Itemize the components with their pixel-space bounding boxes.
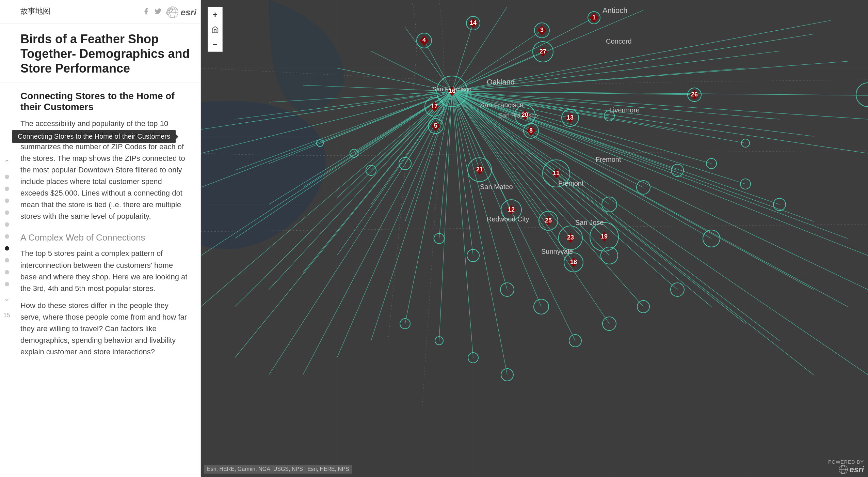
svg-text:San Francisco: San Francisco [499,112,538,119]
nav-arrow-down[interactable]: ⌄ [4,294,10,303]
page-number: 15 [3,312,10,319]
tooltip-bubble: Connecting Stores to the Home of their C… [12,130,176,143]
sidebar-nav: ⌃ ⌄ 15 [3,158,10,319]
svg-text:San Jose: San Jose [575,219,604,226]
svg-text:Sunnyvale: Sunnyvale [541,248,573,255]
page-title-section: Birds of a Feather Shop Together- Demogr… [0,24,200,82]
svg-text:San Mateo: San Mateo [480,183,513,190]
map-overlay: Antioch Concord Oakland San Francisco Sa… [201,0,868,477]
svg-text:21: 21 [476,166,483,173]
nav-dot-4[interactable] [5,211,9,215]
svg-text:1: 1 [592,14,596,21]
svg-text:Antioch: Antioch [602,6,627,15]
svg-text:11: 11 [553,170,560,176]
svg-text:16: 16 [449,88,455,94]
nav-arrow-up[interactable]: ⌃ [4,158,10,167]
svg-text:20: 20 [521,111,528,118]
nav-dot-10[interactable] [5,282,9,287]
home-button[interactable] [208,22,223,37]
nav-dot-1[interactable] [5,175,9,179]
svg-text:19: 19 [601,233,608,240]
svg-text:Fremont: Fremont [558,180,584,187]
esri-powered: POWERED BY esri [828,459,864,474]
svg-text:4: 4 [422,37,426,44]
svg-text:Livermore: Livermore [609,106,640,114]
nav-dot-8[interactable] [5,258,9,263]
nav-dot-6[interactable] [5,234,9,239]
twitter-icon[interactable] [154,7,162,17]
section-2-heading: A Complex Web of Connections [20,232,190,243]
svg-text:Redwood City: Redwood City [487,215,529,223]
page-title: Birds of a Feather Shop Together- Demogr… [20,32,190,76]
map-attribution: Esri, HERE, Garmin, NGA, USGS, NPS | Esr… [204,465,352,474]
esri-text: esri [181,7,196,18]
svg-text:26: 26 [691,91,698,98]
tooltip-text: Connecting Stores to the Home of their C… [18,133,170,140]
svg-text:San Francisco: San Francisco [480,101,524,109]
facebook-icon[interactable] [143,7,150,17]
zoom-out-button[interactable]: − [208,37,223,52]
svg-text:3: 3 [540,27,544,33]
header: 故事地图 esri [0,0,200,24]
svg-text:12: 12 [508,206,515,213]
svg-text:Fremont: Fremont [596,156,621,163]
map-panel[interactable]: + − [201,0,868,477]
svg-text:Concord: Concord [606,37,632,45]
nav-dot-5[interactable] [5,222,9,227]
section-1-heading: Connecting Stores to the Home of their C… [20,91,190,112]
svg-text:17: 17 [431,103,438,110]
svg-text:25: 25 [545,217,552,224]
map-controls: + − [208,7,223,52]
left-panel: ⌃ ⌄ 15 故事地图 [0,0,201,477]
svg-text:14: 14 [470,19,477,26]
section-2-body2: How do these stores differ in the people… [20,300,190,358]
svg-text:18: 18 [570,259,577,265]
esri-logo-small: esri [838,465,864,474]
nav-dot-3[interactable] [5,199,9,203]
svg-text:13: 13 [567,114,574,121]
svg-text:8: 8 [529,127,533,134]
powered-by-text: POWERED BY [828,459,864,465]
esri-globe-icon [166,6,179,18]
svg-text:5: 5 [434,122,437,129]
zoom-in-button[interactable]: + [208,7,223,22]
svg-text:27: 27 [540,48,546,55]
esri-logo: esri [166,6,196,18]
nav-dot-7[interactable] [5,246,9,251]
section-2-body1: The top 5 stores paint a complex pattern… [20,248,190,294]
nav-dot-2[interactable] [5,187,9,191]
esri-logo-icon [838,465,848,474]
svg-text:Oakland: Oakland [487,78,515,86]
nav-dot-9[interactable] [5,270,9,275]
svg-text:23: 23 [567,234,574,241]
